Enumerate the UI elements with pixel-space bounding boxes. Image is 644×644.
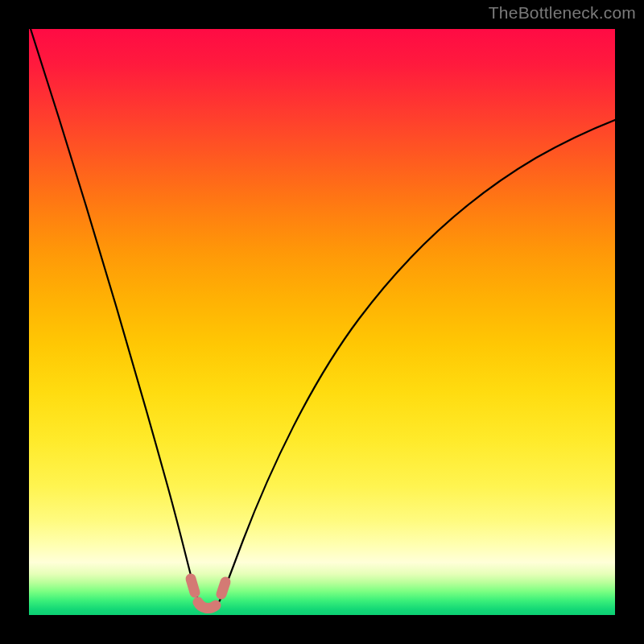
watermark-text: TheBottleneck.com (489, 3, 636, 23)
chart-frame: TheBottleneck.com (0, 0, 644, 644)
plot-area (29, 29, 615, 615)
curve-bottom-marker (191, 579, 225, 608)
bottleneck-curve (29, 29, 615, 615)
curve-path (31, 29, 615, 609)
